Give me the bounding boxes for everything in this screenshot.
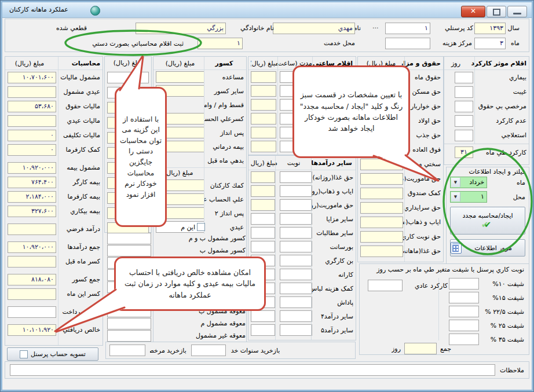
salary-amount-field[interactable] [360,173,403,185]
other-income-count-field[interactable] [280,185,312,197]
other-income-amount-field[interactable] [251,185,275,197]
effective-day-field[interactable] [455,130,473,141]
calc-row-amount[interactable]: ۷۶۴،۴۰۰ [8,177,56,188]
calc-row-amount[interactable]: ۰ [8,130,56,141]
effective-day-field[interactable] [455,115,473,127]
salary-amount-field[interactable] [360,202,403,214]
work-month-field[interactable]: ۳۱ [455,146,473,158]
effective-day-field[interactable] [455,86,473,98]
leave-buyback-field[interactable] [109,345,145,356]
deduction-lower-amount[interactable] [107,330,151,342]
deduction-lower-amount[interactable] [107,318,151,329]
minimize-button[interactable] [507,6,527,17]
other-income-count-field[interactable] [280,171,312,183]
shift-day-field[interactable] [449,278,479,290]
calc-row-amount[interactable] [8,115,56,127]
recalculate-button[interactable]: ایجاد/محاسبه مجدد ✔ [450,207,525,235]
other-income-count-field[interactable] [280,213,312,225]
personnel-code-field[interactable]: ۱ [385,23,430,34]
other-income-amount-field[interactable] [251,199,275,211]
hourly-amount-field[interactable] [251,141,276,152]
deduction-row-amount[interactable] [156,71,204,83]
notes-field[interactable] [10,364,495,376]
eydi-checkbox[interactable] [197,223,205,231]
other-income-count-field[interactable] [280,283,312,294]
other-income-count-field[interactable] [280,269,312,280]
cost-center-field[interactable] [385,38,430,49]
shift-row: شیفت ۱۰% [447,277,526,291]
settle-account-button[interactable]: تسویه حساب پرسنل [7,347,98,361]
other-income-amount-field[interactable] [251,171,275,183]
normal-work-field[interactable] [368,280,403,291]
salary-amount-field[interactable] [360,217,403,228]
eydi-note-label: این م [178,224,195,231]
lookup-button[interactable]: ... [372,23,379,30]
year-field[interactable]: ۱۳۹۳ [474,23,506,34]
other-income-amount-field[interactable] [251,310,275,322]
calc-row-amount[interactable]: ۸۱۸،۰۸۰ [8,274,56,285]
calc-row-amount[interactable] [8,256,56,268]
other-income-count-field[interactable] [280,296,312,308]
restore-button[interactable] [487,6,506,17]
deduction-lower-amount[interactable] [107,245,151,257]
other-income-count-field[interactable] [280,227,312,239]
salary-amount-field[interactable] [360,231,403,243]
calc-row-amount[interactable] [8,288,56,300]
other-income-count-field[interactable] [280,324,312,336]
last-name-field[interactable]: بزرگي [136,23,226,34]
shift-day-field[interactable] [449,292,479,303]
other-income-amount-field[interactable] [251,213,275,225]
shift-day-field[interactable] [449,306,479,317]
effective-day-field[interactable] [455,72,473,83]
calc-row-amount[interactable]: ۱۰،۹۲۰،۰۰۰ [8,241,56,253]
calc-row-amount[interactable]: ۱۰،۷۰۱،۶۰۰ [8,72,56,83]
calc-row-label: بیمه بیکاري [56,207,100,215]
normal-work-row: کارکرد عادي [365,279,450,292]
calc-row-amount[interactable] [8,306,56,318]
calc-row-amount[interactable] [8,86,56,98]
shift-day-field[interactable] [449,334,479,345]
deduction-lower-amount[interactable] [107,233,151,244]
deduction-row: پس انداز ۲ [153,206,246,220]
effective-day-field[interactable] [455,101,473,112]
shift-day-field[interactable] [449,320,479,331]
hourly-amount-field[interactable] [251,113,276,124]
filter-month-combo[interactable]: ▼ خرداد [450,177,487,188]
normal-work-label: کارکرد عادي [403,282,448,290]
salary-amount-field[interactable] [360,159,403,170]
close-button[interactable]: ✕ [461,6,485,17]
calc-row-amount[interactable]: ۰ [8,144,56,156]
month-field[interactable]: ۳ [474,38,506,49]
service-buyback-field[interactable] [191,345,226,356]
calc-row-amount[interactable]: ۱۰،۱۰۱،۹۲۰ [8,324,56,336]
hourly-amount-field[interactable] [251,85,276,97]
salary-row-label: کمک صندوق [403,189,441,197]
buyback-strip: بازخرید سنوات خدمت بازخرید مرخصي [105,342,356,359]
calc-row-amount[interactable]: ۵۳،۶۸۰ [8,101,56,112]
other-income-amount-field[interactable] [251,227,275,239]
review-info-button[interactable]: مرور اطلاعات [450,239,525,257]
service-place-code-field[interactable]: ۱ [197,38,243,49]
other-income-count-field[interactable] [280,255,312,266]
filter-month-row: ماه ▼ خرداد [447,176,529,189]
calc-row-amount[interactable] [8,224,56,235]
filter-place-combo[interactable]: ▼ ۱ [450,191,487,203]
other-income-amount-field[interactable] [251,324,275,336]
other-income-count-field[interactable] [280,199,312,211]
calc-row-amount[interactable]: ۳۲۷،۶۰۰ [8,206,56,217]
sum-field[interactable] [404,343,437,354]
manual-amount-field[interactable] [107,72,149,83]
calc-row-amount[interactable]: ۲،۱۸۴،۰۰۰ [8,191,56,203]
other-income-amount-field[interactable] [251,241,275,252]
salary-amount-field[interactable] [360,246,403,257]
first-name-field[interactable]: مهدي [273,23,355,34]
hourly-amount-field[interactable] [251,71,276,83]
salary-amount-field[interactable] [360,188,403,199]
hourly-amount-field[interactable] [251,127,276,138]
settle-checkbox[interactable] [20,350,28,358]
other-income-count-field[interactable] [280,241,312,252]
hourly-amount-field[interactable] [251,99,276,111]
other-income-count-field[interactable] [280,310,312,322]
header-form: سال ۱۳۹۳ ماه ۳ کد پرسنلي ۱ ... نام مهدي … [5,19,529,52]
calc-row-amount[interactable]: ۱۰،۹۲۰،۰۰۰ [8,162,56,174]
